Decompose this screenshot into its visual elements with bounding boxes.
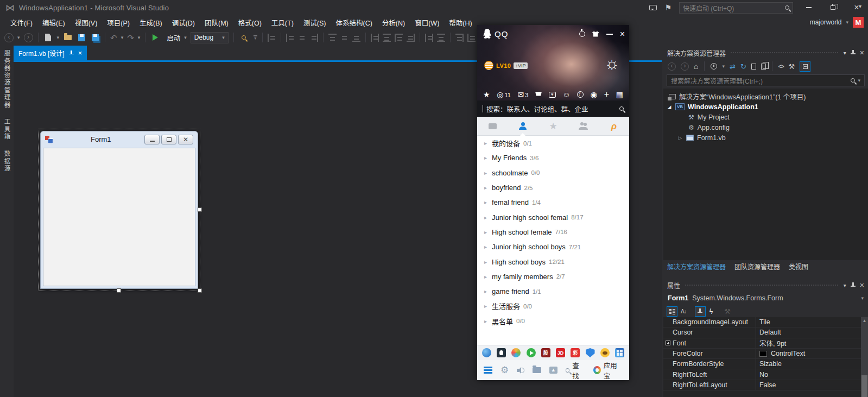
menu-test[interactable]: 测试(S) <box>299 15 331 29</box>
sogou-icon[interactable] <box>511 348 521 357</box>
designed-form[interactable]: Form1 ✕ <box>40 131 198 289</box>
save-all-button[interactable] <box>90 33 100 42</box>
expand-arrow-icon[interactable]: ▸ <box>484 274 492 280</box>
solution-search-input[interactable]: 搜索解决方案资源管理器(Ctrl+;) ▾ <box>667 74 865 86</box>
categorized-button[interactable] <box>667 306 677 317</box>
dress-up-icon[interactable] <box>592 31 599 37</box>
contact-group[interactable]: ▸High school boys12/21 <box>477 254 629 269</box>
form-client-area[interactable] <box>43 148 195 286</box>
contact-group[interactable]: ▸game friend1/1 <box>477 284 629 299</box>
events-lightning-icon[interactable]: ϟ <box>709 307 714 316</box>
collapse-all-button[interactable] <box>800 61 810 72</box>
medal-icon[interactable] <box>579 31 585 37</box>
show-all-files-icon[interactable] <box>751 64 756 70</box>
sync-with-active-document-icon[interactable]: ⇄ <box>730 62 736 71</box>
contact-group[interactable]: ▸boyfriend2/5 <box>477 180 629 195</box>
properties-scrollbar[interactable]: ▲ <box>861 317 868 397</box>
menu-help[interactable]: 帮助(H) <box>444 15 477 29</box>
menu-edit[interactable]: 编辑(E) <box>37 15 70 29</box>
feedback-icon[interactable] <box>649 5 657 10</box>
expand-arrow-icon[interactable]: ▸ <box>484 259 492 265</box>
expand-arrow-icon[interactable]: ▸ <box>484 170 492 176</box>
menu-tools[interactable]: 工具(T) <box>267 15 299 29</box>
stock-app-icon[interactable]: 股 <box>541 348 550 357</box>
avatar[interactable]: M <box>853 17 864 28</box>
tab-campus[interactable]: ρ <box>599 117 629 135</box>
expand-arrow-icon[interactable]: ▸ <box>484 288 492 294</box>
expand-property-icon[interactable] <box>666 341 670 345</box>
tree-item-form1[interactable]: ▷ Form1.vb <box>663 133 868 143</box>
new-file-button[interactable] <box>43 33 53 42</box>
contact-group[interactable]: ▸黑名单0/0 <box>477 314 629 329</box>
start-debug-label[interactable]: 启动 <box>167 33 180 43</box>
solution-configurations-combo[interactable]: Debug ▾ <box>191 32 229 43</box>
scroll-up-icon[interactable]: ▲ <box>861 318 868 323</box>
tree-item-project[interactable]: ◢ VB WindowsApplication1 <box>663 102 868 112</box>
qzone-star-icon[interactable]: ★ <box>483 91 490 98</box>
app-grid-icon[interactable] <box>615 348 624 357</box>
game-smiley-icon[interactable]: ☺ <box>562 91 570 98</box>
qq-avatar[interactable] <box>484 61 493 70</box>
settings-gear-icon[interactable]: ⚙ <box>500 366 509 375</box>
menu-file[interactable]: 文件(F) <box>5 15 37 29</box>
notifications-flag-icon[interactable]: ⚑ <box>664 3 671 12</box>
object-dropdown-icon[interactable]: ▾ <box>861 295 864 301</box>
cart-icon[interactable] <box>535 92 542 98</box>
properties-wrench-icon[interactable]: ⚒ <box>789 62 795 71</box>
add-apps-icon[interactable]: + <box>604 90 609 99</box>
tab-class-view[interactable]: 类视图 <box>789 262 808 271</box>
sidebar-tab-toolbox[interactable]: 工具箱 <box>3 118 11 141</box>
contact-group[interactable]: ▸Junior high school femal8/17 <box>477 210 629 224</box>
contact-group[interactable]: ▸My Friends3/6 <box>477 150 629 165</box>
tree-item-my-project[interactable]: ⚒ My Project <box>663 112 868 122</box>
back-button[interactable]: ‹ <box>668 62 676 71</box>
tab-groups[interactable] <box>568 117 599 135</box>
qq-search-bar[interactable]: 搜索：联系人、讨论组、群、企业 <box>477 100 629 117</box>
property-row[interactable]: CursorDefault <box>663 327 868 338</box>
tab-form1-designer[interactable]: Form1.vb [设计] × <box>14 46 87 60</box>
tree-item-app-config[interactable]: ⚙ App.config <box>663 122 868 133</box>
jd-icon[interactable]: JD <box>556 348 565 357</box>
restore-button[interactable] <box>825 2 841 14</box>
tab-contacts[interactable] <box>508 117 538 135</box>
wenwen-question-icon[interactable]: ？ <box>577 91 584 98</box>
sound-icon[interactable] <box>517 367 524 374</box>
expand-arrow-icon[interactable]: ▸ <box>484 318 492 324</box>
menu-format[interactable]: 格式(O) <box>233 15 267 29</box>
contact-group[interactable]: ▸我的设备0/1 <box>477 136 629 150</box>
file-manager-folder-icon[interactable] <box>533 367 541 373</box>
panel-close-icon[interactable]: × <box>860 48 864 57</box>
contact-group[interactable]: ▸Junior high school boys7/21 <box>477 240 629 254</box>
app-store-button[interactable]: 应用宝 <box>593 360 623 381</box>
qq-minimize-icon[interactable] <box>606 34 613 35</box>
save-button[interactable] <box>77 33 86 42</box>
window-position-dropdown-icon[interactable]: ▾ <box>844 50 846 56</box>
contact-group[interactable]: ▸High school female7/16 <box>477 225 629 240</box>
mail-icon[interactable]: ✉3 <box>517 91 528 98</box>
close-button[interactable]: × <box>848 2 865 14</box>
property-row[interactable]: BackgroundImageLayoutTile <box>663 317 868 327</box>
navigate-back-dropdown-icon[interactable]: ▾ <box>17 35 20 40</box>
expanded-arrow-icon[interactable]: ◢ <box>667 104 672 110</box>
qq-close-icon[interactable]: × <box>620 30 625 39</box>
window-position-dropdown-icon[interactable]: ▾ <box>844 282 846 288</box>
scrollbar-thumb[interactable] <box>861 375 867 397</box>
panel-close-icon[interactable]: × <box>860 281 864 289</box>
pending-changes-filter-icon[interactable] <box>711 63 717 70</box>
copy-path-icon[interactable] <box>761 64 766 70</box>
menu-team[interactable]: 团队(M) <box>200 15 233 29</box>
menu-architecture[interactable]: 体系结构(C) <box>331 15 377 29</box>
open-file-button[interactable] <box>63 33 73 42</box>
find-button[interactable]: 查找 <box>566 360 585 381</box>
menu-window[interactable]: 窗口(W) <box>410 15 444 29</box>
user-name[interactable]: majorworld <box>810 18 842 26</box>
toolbar-overflow-icon[interactable]: ▾ <box>254 35 257 40</box>
contact-group[interactable]: ▸生活服务0/0 <box>477 299 629 313</box>
qq-search-icon[interactable] <box>619 106 624 111</box>
pin-icon[interactable] <box>69 50 74 56</box>
game-tiger-icon[interactable] <box>600 348 610 357</box>
expand-arrow-icon[interactable]: ▸ <box>484 140 492 146</box>
resize-handle-corner[interactable] <box>198 288 202 293</box>
properties-view-button[interactable] <box>695 306 706 317</box>
document-list-dropdown-icon[interactable]: ▾ <box>859 3 861 9</box>
